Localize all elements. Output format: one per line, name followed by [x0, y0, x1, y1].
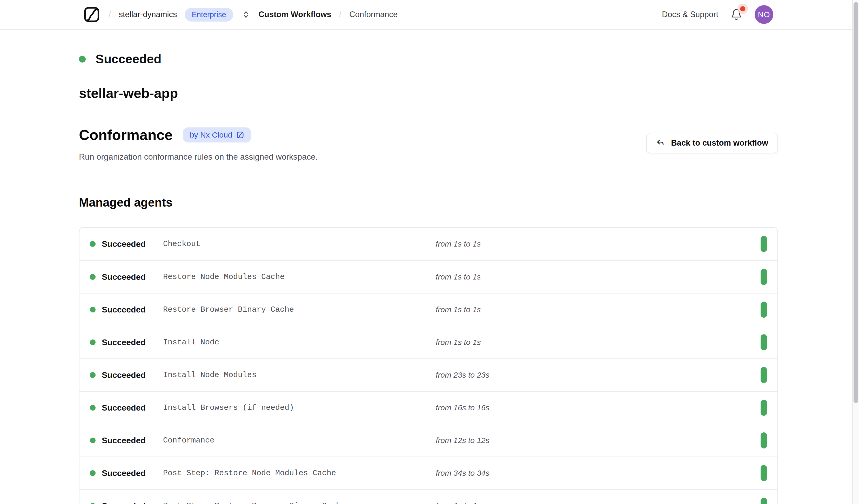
step-row[interactable]: Succeeded Install Browsers (if needed) f…: [79, 391, 778, 424]
managed-agents-list: Succeeded Checkout from 1s to 1s Succeed…: [79, 227, 778, 504]
step-timeline-bar: [760, 400, 767, 416]
back-button-label: Back to custom workflow: [671, 138, 768, 148]
step-name: Restore Browser Binary Cache: [163, 305, 436, 314]
step-duration: from 1s to 1s: [436, 305, 760, 314]
breadcrumb-separator: /: [339, 9, 342, 19]
step-row[interactable]: Succeeded Restore Node Modules Cache fro…: [79, 260, 778, 293]
nx-cloud-link-icon: [236, 131, 244, 139]
workflow-description: Run organization conformance rules on th…: [79, 152, 778, 162]
success-dot-icon: [90, 241, 95, 247]
run-status: Succeeded: [79, 52, 859, 66]
success-dot-icon: [90, 503, 95, 504]
breadcrumb-separator: /: [108, 9, 111, 19]
step-name: Install Browsers (if needed): [163, 403, 436, 412]
step-duration: from 1s to 1s: [436, 240, 760, 248]
step-duration: from 23s to 23s: [436, 371, 760, 379]
step-timeline-bar: [760, 498, 767, 504]
step-timeline-bar: [760, 432, 767, 448]
step-duration: from 12s to 12s: [436, 436, 760, 445]
step-row[interactable]: Succeeded Conformance from 12s to 12s: [79, 424, 778, 457]
nx-cloud-logo-icon[interactable]: [82, 5, 101, 24]
breadcrumb: / stellar-dynamics Enterprise Custom Wor…: [82, 5, 397, 24]
step-row[interactable]: Succeeded Install Node from 1s to 1s: [79, 326, 778, 358]
managed-agents-heading: Managed agents: [79, 195, 859, 210]
step-name: Post Step: Restore Node Modules Cache: [163, 469, 436, 477]
avatar[interactable]: NO: [755, 5, 773, 24]
step-name: Restore Node Modules Cache: [163, 273, 436, 281]
step-duration: from 1s to 1s: [436, 338, 760, 347]
success-dot-icon: [79, 56, 86, 63]
step-status-label: Succeeded: [102, 272, 163, 282]
breadcrumb-section[interactable]: Custom Workflows: [259, 10, 331, 19]
breadcrumb-page: Conformance: [349, 10, 397, 19]
step-name: Conformance: [163, 436, 436, 445]
app-name: stellar-web-app: [79, 86, 859, 101]
workspace-switcher-icon[interactable]: [241, 10, 251, 19]
top-nav: / stellar-dynamics Enterprise Custom Wor…: [0, 0, 859, 30]
step-duration: from 16s to 16s: [436, 403, 760, 412]
by-nx-cloud-badge[interactable]: by Nx Cloud: [183, 127, 251, 142]
step-name: Install Node Modules: [163, 371, 436, 379]
notifications-button[interactable]: [730, 8, 743, 21]
breadcrumb-org[interactable]: stellar-dynamics: [119, 10, 177, 19]
workflow-header: Conformance by Nx Cloud Back to custom w…: [79, 126, 778, 162]
step-status-label: Succeeded: [102, 501, 163, 504]
step-timeline-bar: [760, 302, 767, 318]
step-status-label: Succeeded: [102, 469, 163, 478]
workflow-title: Conformance: [79, 126, 173, 143]
success-dot-icon: [90, 372, 95, 378]
docs-support-link[interactable]: Docs & Support: [662, 10, 718, 19]
nav-actions: Docs & Support NO: [662, 5, 773, 24]
step-name: Checkout: [163, 240, 436, 248]
step-status-label: Succeeded: [102, 436, 163, 445]
undo-arrow-icon: [656, 139, 665, 148]
step-status-label: Succeeded: [102, 338, 163, 347]
step-status-label: Succeeded: [102, 370, 163, 380]
step-duration: from 1s to 1s: [436, 501, 760, 504]
step-timeline-bar: [760, 367, 767, 383]
step-status-label: Succeeded: [102, 403, 163, 413]
step-timeline-bar: [760, 269, 767, 285]
step-timeline-bar: [760, 334, 767, 350]
step-row[interactable]: Succeeded Restore Browser Binary Cache f…: [79, 293, 778, 326]
step-duration: from 34s to 34s: [436, 469, 760, 477]
step-row[interactable]: Succeeded Install Node Modules from 23s …: [79, 358, 778, 391]
back-to-custom-workflow-button[interactable]: Back to custom workflow: [646, 133, 778, 153]
step-name: Install Node: [163, 338, 436, 347]
step-row[interactable]: Succeeded Post Step: Restore Node Module…: [79, 457, 778, 489]
success-dot-icon: [90, 405, 95, 411]
step-status-label: Succeeded: [102, 239, 163, 249]
step-row[interactable]: Succeeded Checkout from 1s to 1s: [79, 228, 778, 260]
step-status-label: Succeeded: [102, 305, 163, 315]
vertical-scrollbar[interactable]: [852, 0, 859, 504]
main-content: Succeeded stellar-web-app Conformance by…: [0, 52, 859, 504]
step-row[interactable]: Succeeded Post Step: Restore Browser Bin…: [79, 489, 778, 504]
success-dot-icon: [90, 274, 95, 280]
notification-dot: [740, 6, 745, 12]
run-status-label: Succeeded: [95, 52, 161, 66]
step-name: Post Step: Restore Browser Binary Cache: [163, 501, 436, 504]
success-dot-icon: [90, 339, 95, 345]
step-timeline-bar: [760, 236, 767, 252]
success-dot-icon: [90, 307, 95, 312]
step-timeline-bar: [760, 465, 767, 481]
scrollbar-thumb[interactable]: [854, 2, 858, 403]
success-dot-icon: [90, 470, 95, 476]
success-dot-icon: [90, 438, 95, 443]
step-duration: from 1s to 1s: [436, 273, 760, 281]
enterprise-badge: Enterprise: [185, 8, 233, 21]
by-nx-cloud-label: by Nx Cloud: [190, 131, 232, 139]
